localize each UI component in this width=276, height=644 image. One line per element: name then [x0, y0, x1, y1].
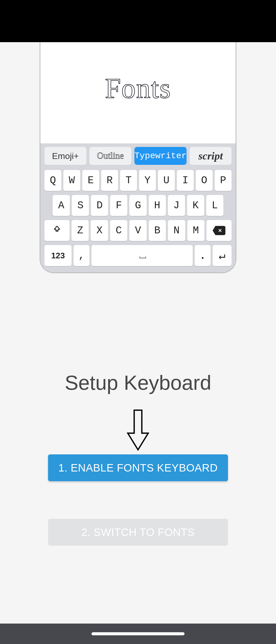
- key-p[interactable]: P: [215, 170, 232, 191]
- key-period[interactable]: .: [195, 245, 211, 266]
- backspace-icon: ×: [213, 226, 225, 235]
- key-v[interactable]: V: [129, 220, 146, 241]
- keyboard-preview-frame: Fonts Emoji+ Outline Typewriter script Q…: [40, 42, 236, 273]
- keyboard-area: Emoji+ Outline Typewriter script Q W E R…: [40, 143, 236, 273]
- key-i[interactable]: I: [177, 170, 194, 191]
- key-row-bottom: 123 , ⎵ . ↵: [43, 245, 233, 266]
- arrow-down-icon: [126, 409, 150, 453]
- font-tab-emoji[interactable]: Emoji+: [44, 147, 86, 165]
- space-icon: ⎵: [140, 249, 145, 262]
- key-r[interactable]: R: [101, 170, 118, 191]
- key-row-2: A S D F G H J K L: [43, 195, 233, 216]
- switch-to-fonts-button[interactable]: 2. SWITCH TO FONTS: [48, 519, 228, 546]
- key-y[interactable]: Y: [139, 170, 156, 191]
- key-e[interactable]: E: [82, 170, 99, 191]
- font-tab-script[interactable]: script: [190, 147, 232, 165]
- key-comma[interactable]: ,: [74, 245, 89, 266]
- key-x[interactable]: X: [91, 220, 108, 241]
- key-j[interactable]: J: [168, 195, 185, 216]
- preview-header: Fonts: [40, 42, 236, 143]
- key-shift[interactable]: [44, 220, 70, 241]
- key-row-1: Q W E R T Y U I O P: [43, 170, 233, 191]
- font-tab-typewriter[interactable]: Typewriter: [134, 147, 187, 165]
- key-t[interactable]: T: [120, 170, 137, 191]
- key-a[interactable]: A: [53, 195, 70, 216]
- shift-icon: [53, 225, 61, 236]
- key-o[interactable]: O: [196, 170, 213, 191]
- key-q[interactable]: Q: [44, 170, 61, 191]
- key-numbers[interactable]: 123: [44, 245, 72, 266]
- key-space[interactable]: ⎵: [91, 245, 193, 266]
- key-n[interactable]: N: [168, 220, 185, 241]
- home-indicator[interactable]: [91, 632, 185, 635]
- key-c[interactable]: C: [110, 220, 127, 241]
- key-b[interactable]: B: [149, 220, 166, 241]
- key-f[interactable]: F: [110, 195, 127, 216]
- key-row-3: Z X C V B N M ×: [43, 220, 233, 241]
- font-style-tabs: Emoji+ Outline Typewriter script: [43, 147, 233, 165]
- key-g[interactable]: G: [129, 195, 146, 216]
- font-tab-outline[interactable]: Outline: [89, 147, 131, 165]
- key-z[interactable]: Z: [72, 220, 89, 241]
- setup-heading: Setup Keyboard: [0, 371, 276, 395]
- key-enter[interactable]: ↵: [213, 245, 232, 266]
- status-bar: [0, 0, 276, 42]
- key-s[interactable]: S: [72, 195, 89, 216]
- key-m[interactable]: M: [187, 220, 204, 241]
- key-backspace[interactable]: ×: [206, 220, 232, 241]
- key-w[interactable]: W: [63, 170, 80, 191]
- enable-keyboard-button[interactable]: 1. ENABLE FONTS KEYBOARD: [48, 454, 228, 481]
- key-d[interactable]: D: [91, 195, 108, 216]
- key-h[interactable]: H: [149, 195, 166, 216]
- key-u[interactable]: U: [158, 170, 175, 191]
- fonts-logo: Fonts: [105, 72, 171, 105]
- key-k[interactable]: K: [187, 195, 204, 216]
- navigation-bar: [0, 624, 276, 644]
- key-l[interactable]: L: [206, 195, 223, 216]
